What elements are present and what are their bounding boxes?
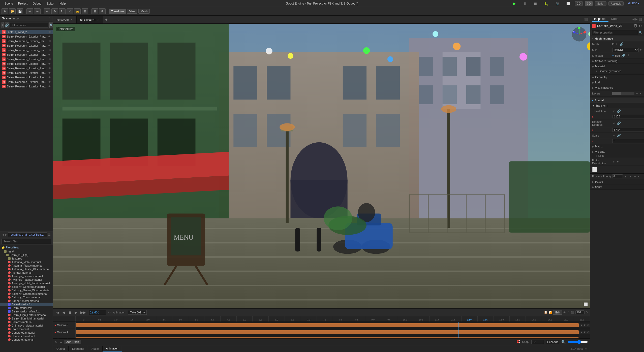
rotation-reset-btn[interactable]: ↩ <box>612 121 616 125</box>
file-item[interactable]: BistroInterior_Wine.fbx <box>0 310 53 313</box>
file-item[interactable]: Bistro_Sign_Letters.material <box>0 313 53 317</box>
stop-button[interactable]: ⏹ <box>531 1 540 6</box>
filesystem-search-input[interactable] <box>2 239 51 244</box>
pause-button[interactable]: ⏸ <box>520 1 529 6</box>
file-item-bistro-exterior[interactable]: BistroExterior.fbx <box>0 303 53 306</box>
track-content-manhole5[interactable] <box>76 322 579 329</box>
translation-link-btn[interactable]: 🔗 <box>617 109 621 113</box>
scene-item-visibility[interactable]: 👁 <box>48 76 51 79</box>
geometry-header[interactable]: ▶ Geometry <box>592 75 642 79</box>
mode-script[interactable]: Script <box>595 1 606 6</box>
instance-btn[interactable]: 🔗 <box>5 22 9 28</box>
expand-viewport-btn[interactable]: ⬜ <box>584 302 588 306</box>
snap-btn[interactable]: ⊟ <box>91 8 98 14</box>
filter-nodes-input[interactable] <box>10 23 48 28</box>
tab-unsaved2[interactable]: {unsaved}(*) ✕ <box>77 16 103 23</box>
file-item[interactable]: Antenna_Plastic.material <box>0 264 53 267</box>
script-header[interactable]: ▶ Script <box>592 185 642 189</box>
output-tab[interactable]: Output <box>53 346 69 351</box>
layers-reset-btn[interactable]: ↩ <box>635 92 639 95</box>
scene-menu-btn[interactable]: ⋮ <box>48 17 51 20</box>
file-item[interactable]: Awnings_Beams.material <box>0 274 53 278</box>
camera-preview-btn[interactable]: 👁 <box>99 8 106 14</box>
process-priority-input[interactable] <box>612 174 623 178</box>
timeline-expand-btn[interactable]: ⬛ <box>571 311 574 314</box>
file-item-bistro-folder[interactable]: Bistro_v5_1 (1) <box>0 253 53 257</box>
inspector-expand-all[interactable]: ⬜ <box>590 166 644 174</box>
translation-x-input[interactable] <box>612 115 644 118</box>
file-item[interactable]: Concrete.material <box>0 338 53 341</box>
timeline-refresh-btn[interactable]: ↻ <box>586 311 588 314</box>
zoom-slider[interactable] <box>568 340 588 344</box>
scene-item[interactable]: M Bistro_Research_Exterior_Paris_Buil 👁 <box>0 71 53 75</box>
file-item[interactable]: Antenna_Plastic_Blue.material <box>0 267 53 271</box>
layers-bar[interactable] <box>612 92 634 95</box>
file-item[interactable]: Bollards.material <box>0 320 53 324</box>
timeline-skip-start-btn[interactable]: ⏮ <box>55 310 60 314</box>
filter-tracks-btn[interactable]: ☰ <box>59 340 62 343</box>
track-up-btn[interactable]: ▲ <box>580 331 583 334</box>
file-item-cloth[interactable]: Cloth.material <box>0 327 53 331</box>
scene-item[interactable]: M Lantern_Wind_23 👁 <box>0 30 53 34</box>
editor-desc-link-btn[interactable]: ▾ <box>617 160 619 164</box>
file-item[interactable]: Concrete2.material <box>0 331 53 334</box>
rotation-link-btn[interactable]: 🔗 <box>617 121 621 125</box>
view-label[interactable]: View <box>127 9 138 14</box>
file-item[interactable]: Balcony_Green_Wood.material <box>0 289 53 292</box>
track-up-btn[interactable]: ▲ <box>580 324 583 327</box>
software-skinning-header[interactable]: ▶ Software Skinning <box>592 59 642 63</box>
seconds-dropdown[interactable]: Seconds <box>546 340 559 344</box>
track-content-manhole3[interactable] <box>76 336 579 338</box>
track-down-btn[interactable]: ▼ <box>583 324 586 327</box>
scene-item-visibility[interactable]: 👁 <box>48 35 51 38</box>
material-header[interactable]: ▶ Material <box>592 64 642 68</box>
scene-item-visibility[interactable]: 👁 <box>48 85 51 88</box>
filter-properties-input[interactable] <box>592 30 638 35</box>
mesh-label[interactable]: Mesh <box>138 9 150 14</box>
inspector-tab-node[interactable]: Node <box>609 17 620 22</box>
lock-btn[interactable]: 🔒 <box>74 8 81 14</box>
time-display[interactable] <box>88 310 106 315</box>
end-time-input[interactable] <box>575 310 585 314</box>
visibility-header[interactable]: ▶ Visibility <box>592 150 642 154</box>
audio-tab[interactable]: Audio <box>88 346 102 351</box>
skeleton-link-btn[interactable]: 🔗 <box>621 54 626 57</box>
scene-item[interactable]: M Bistro_Research_Exterior_Paris_Buil 👁 <box>0 75 53 80</box>
open-scene-btn[interactable]: 📂 <box>9 8 16 14</box>
viewport-3d[interactable]: MENU <box>53 24 590 308</box>
file-item[interactable]: Balcony_Concrete.material <box>0 285 53 289</box>
status-icon[interactable]: ⚙ <box>585 347 587 350</box>
undo-btn[interactable]: ↩ <box>26 8 33 14</box>
scene-item[interactable]: M Bistro_Research_Exterior_Paris_Buil 👁 <box>0 84 53 89</box>
mode-assetlib[interactable]: AssetLib <box>608 1 624 6</box>
track-delete-btn[interactable]: ✕ <box>587 331 589 334</box>
scene-item-visibility[interactable]: 👁 <box>48 58 51 61</box>
import-btn[interactable]: Import <box>12 17 20 20</box>
scene-item[interactable]: M Bistro_Research_Exterior_Paris_Buil 👁 <box>0 48 53 52</box>
menu-item-debug[interactable]: Debug <box>30 1 44 6</box>
timeline-settings-icon[interactable]: 📋 <box>544 311 547 314</box>
track-delete-btn[interactable]: ✕ <box>587 324 589 327</box>
file-item[interactable]: Awnings_Hotel_Fabric.material <box>0 281 53 285</box>
group-btn[interactable]: ⊞ <box>82 8 88 14</box>
editor-desc-reset-btn[interactable]: ↩ <box>612 160 616 164</box>
translation-reset-btn[interactable]: ↩ <box>612 109 616 113</box>
animation-tab[interactable]: Animation <box>103 346 122 351</box>
add-tab-btn[interactable]: + <box>103 17 109 22</box>
scene-item-visibility[interactable]: 👁 <box>48 49 51 52</box>
priority-down-btn[interactable]: ▼ <box>628 175 632 178</box>
scene-item[interactable]: M Bistro_Research_Exterior_Paris_Buil 👁 <box>0 80 53 84</box>
node-settings-btn[interactable]: ⚙ <box>639 24 642 28</box>
inspector-tab-inspector[interactable]: Inspector <box>592 17 608 22</box>
scene-item-visibility[interactable]: 👁 <box>48 62 51 65</box>
track-content-manhole4[interactable] <box>76 329 579 336</box>
mesh-link-btn[interactable]: 🔗 <box>619 42 624 46</box>
scene-item[interactable]: M Bistro_Research_Exterior_Paris_Buil 👁 <box>0 34 53 39</box>
file-item-textures-folder[interactable]: Textures <box>0 257 53 260</box>
tab-close-btn[interactable]: ✕ <box>97 18 99 21</box>
mesh-instance-section[interactable]: ● MeshInstance <box>590 36 644 41</box>
snap-input[interactable] <box>531 340 544 344</box>
add-node-btn[interactable]: + <box>2 22 4 28</box>
scene-item-visibility[interactable]: 👁 <box>48 44 51 47</box>
scale-reset-btn[interactable]: ↩ <box>612 134 616 137</box>
